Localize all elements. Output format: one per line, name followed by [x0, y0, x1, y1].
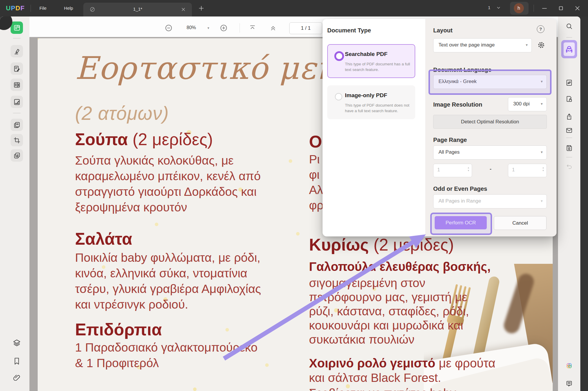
updf-window: UPDF File Help 1_1* 1 h — [0, 0, 588, 391]
sidebar-item-ai-assistant[interactable] — [565, 362, 573, 370]
perform-ocr-button[interactable]: Perform OCR — [435, 216, 487, 229]
ai-assistant-icon — [565, 362, 573, 370]
menu-line: κουκουνάρι και μυρωδικά και — [309, 319, 463, 332]
document-tab[interactable]: 1_1* — [83, 3, 192, 16]
save-icon — [565, 144, 573, 152]
sidebar-item-edit[interactable] — [11, 62, 23, 75]
sidebar-item-copy-pages[interactable] — [11, 119, 23, 131]
range-to-input[interactable]: 1 ▴▾ — [508, 164, 547, 177]
menu-section-heading: Επιδόρπια — [75, 320, 162, 339]
menu-section-heading: Σούπα (2 μερίδες) — [75, 130, 213, 149]
image-only-pdf-option[interactable]: Image-only PDF This type of PDF document… — [327, 85, 415, 119]
sidebar-item-crop[interactable] — [11, 134, 23, 146]
menu-line: σιγομαγειρεμένη στον — [309, 276, 425, 290]
cancel-button[interactable]: Cancel — [494, 216, 547, 230]
menu-line-clipped: φρ — [309, 198, 324, 212]
zoom-out-button[interactable] — [165, 24, 173, 32]
titlebar-divider — [534, 5, 534, 12]
account-chip[interactable]: h — [510, 2, 529, 15]
page-range-heading: Page Range — [433, 137, 467, 143]
radio-selected-icon[interactable] — [334, 51, 344, 61]
stepper-arrows-icon[interactable]: ▴▾ — [542, 166, 544, 172]
sidebar-item-search[interactable] — [565, 22, 573, 30]
menu-line-clipped: Αλ — [309, 183, 323, 197]
sidebar-item-save[interactable] — [565, 144, 573, 152]
logo-letter: U — [6, 4, 11, 12]
zoom-in-button[interactable] — [220, 24, 228, 32]
page-range-dropdown[interactable]: All Pages▾ — [433, 145, 547, 160]
sidebar-item-convert[interactable] — [565, 79, 573, 87]
chevron-down-icon: ▾ — [541, 79, 543, 84]
radio-unselected-icon[interactable] — [335, 93, 342, 100]
sidebar-item-protect[interactable] — [565, 95, 573, 103]
sidebar-item-bookmark[interactable] — [12, 357, 21, 366]
chevron-down-icon: ▾ — [541, 150, 543, 154]
sidebar-divider — [13, 113, 21, 113]
sidebar-item-reader[interactable] — [11, 21, 23, 34]
layers-icon — [12, 339, 21, 347]
sidebar-item-ocr-active[interactable]: OCR — [561, 40, 577, 58]
sidebar-item-organize[interactable] — [11, 79, 23, 91]
logo-letter: P — [11, 4, 16, 12]
right-sidebar: OCR — [558, 16, 580, 391]
menu-line: & 1 Προφιτερόλ — [75, 356, 159, 370]
resolution-dropdown[interactable]: 300 dpi▾ — [508, 97, 547, 111]
left-sidebar — [0, 16, 29, 391]
menu-line: στραγγιστό γιαούρτι Δορκάδος και — [75, 185, 257, 199]
sidebar-item-attachment[interactable] — [12, 374, 21, 382]
menu-line: και ντρέσινγκ ροδιού. — [75, 298, 188, 312]
menu-help[interactable]: Help — [60, 0, 77, 16]
bookmark-icon — [12, 357, 21, 366]
first-page-button[interactable] — [248, 24, 257, 32]
odd-even-dropdown[interactable]: All Pages in Range▾ — [433, 194, 547, 208]
page-number-indicator[interactable]: 1 / 1 — [289, 22, 322, 34]
menu-line-clipped: Σερβίρεται με πατάτες baby — [309, 386, 456, 391]
titlebar-divider — [31, 5, 31, 12]
menu-file[interactable]: File — [35, 0, 51, 16]
copy-pages-icon — [13, 121, 21, 129]
window-page-count[interactable]: 1 — [488, 5, 490, 10]
menu-section-heading-clipped: Ο — [309, 132, 322, 151]
chevron-down-icon[interactable] — [496, 5, 501, 11]
detect-optimal-resolution-button[interactable]: Detect Optimal Resolution — [433, 115, 547, 129]
confetti-dots — [38, 38, 39, 39]
sidebar-divider — [566, 137, 572, 138]
titlebar: UPDF File Help 1_1* 1 h — [0, 0, 588, 16]
avatar[interactable]: h — [514, 3, 524, 13]
menu-line: ρύζι, κάστανα, σταφίδες, ρόδι, — [309, 304, 469, 318]
menu-line: και σάλτσα Black Forest. — [309, 371, 441, 385]
range-separator: - — [486, 166, 495, 172]
menu-dish-name: Γαλοπούλα ελευθέρας βοσκής, — [309, 260, 491, 274]
zoom-dropdown-icon[interactable]: ▾ — [207, 26, 209, 30]
reader-icon — [13, 24, 21, 32]
sidebar-item-slides[interactable] — [11, 149, 23, 162]
previous-page-button[interactable] — [269, 24, 277, 32]
sidebar-item-mail[interactable] — [565, 127, 573, 134]
searchable-pdf-option[interactable]: Searchable PDF This type of PDF document… — [327, 44, 415, 78]
range-from-input[interactable]: 1 ▴▾ — [433, 164, 472, 177]
sidebar-item-layers[interactable] — [12, 339, 21, 347]
gear-icon[interactable] — [537, 41, 546, 49]
maximize-button[interactable] — [557, 5, 564, 12]
stepper-arrows-icon[interactable]: ▴▾ — [468, 166, 469, 172]
paperclip-icon — [12, 374, 21, 382]
tab-close-icon[interactable] — [180, 6, 186, 12]
layout-dropdown[interactable]: Text over the page image▾ — [433, 38, 532, 52]
close-window-button[interactable] — [574, 5, 581, 12]
content-area: 80% ▾ 1 / 1 — [0, 16, 580, 391]
option-description: This type of PDF document has a full tex… — [345, 61, 413, 72]
menu-line: πετρόφουρνο μας, γεμιστή με — [309, 290, 467, 304]
sidebar-item-share[interactable] — [565, 113, 573, 120]
crop-icon — [13, 137, 21, 144]
sidebar-item-comment[interactable] — [11, 45, 23, 57]
document-language-dropdown[interactable]: Ελληνικά - Greek▾ — [433, 75, 547, 89]
new-tab-button[interactable] — [198, 5, 205, 12]
sidebar-item-fill-sign[interactable] — [11, 96, 23, 108]
minimize-button[interactable] — [541, 5, 548, 12]
sidebar-divider — [566, 157, 572, 158]
help-icon[interactable]: ? — [537, 25, 544, 33]
logo-letter: F — [20, 4, 24, 12]
sidebar-item-feedback[interactable] — [565, 380, 573, 387]
zoom-level[interactable]: 80% — [182, 25, 200, 30]
sidebar-item-undo-disabled[interactable] — [565, 163, 573, 170]
